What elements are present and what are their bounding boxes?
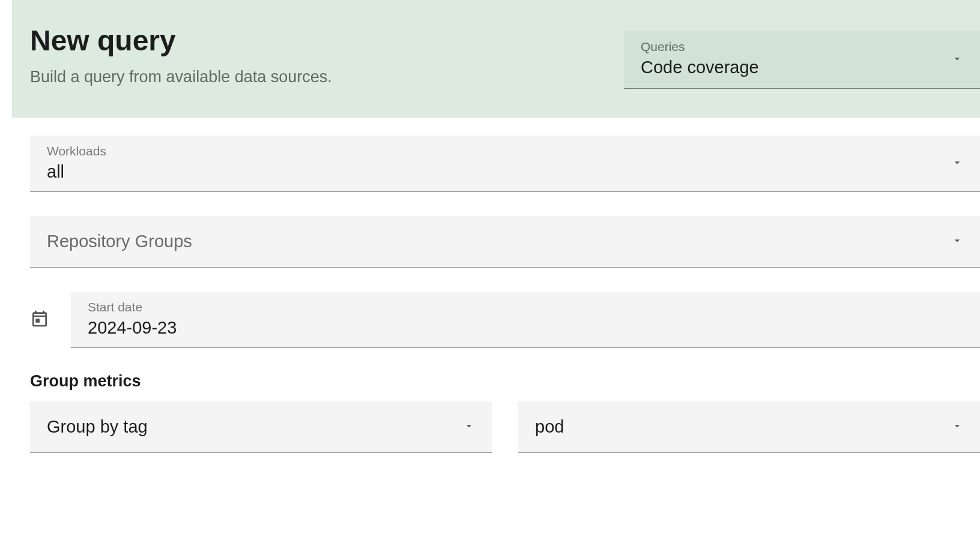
page-subtitle: Build a query from available data source…	[30, 68, 624, 86]
group-by-select[interactable]: Group by tag	[30, 401, 492, 453]
repository-groups-placeholder: Repository Groups	[47, 232, 192, 251]
start-date-field[interactable]: Start date 2024-09-23	[71, 292, 980, 348]
start-date-label: Start date	[88, 300, 963, 314]
repository-groups-select[interactable]: Repository Groups	[30, 216, 980, 268]
workloads-select[interactable]: Workloads all	[30, 136, 980, 192]
queries-select[interactable]: Queries Code coverage	[624, 31, 980, 89]
start-date-value: 2024-09-23	[88, 318, 177, 337]
chevron-down-icon	[951, 420, 963, 434]
workloads-label: Workloads	[47, 144, 963, 158]
queries-value: Code coverage	[641, 58, 759, 77]
page-title: New query	[30, 24, 624, 57]
chevron-down-icon	[951, 235, 963, 249]
queries-label: Queries	[641, 40, 963, 54]
group-metrics-heading: Group metrics	[30, 372, 980, 391]
workloads-value: all	[47, 162, 64, 181]
group-by-value: Group by tag	[47, 417, 148, 436]
chevron-down-icon	[951, 157, 963, 171]
calendar-icon	[30, 309, 49, 331]
group-tag-select[interactable]: pod	[518, 401, 980, 453]
group-tag-value: pod	[535, 417, 564, 436]
chevron-down-icon	[463, 420, 475, 434]
header-panel: New query Build a query from available d…	[12, 0, 980, 118]
chevron-down-icon	[951, 53, 963, 67]
